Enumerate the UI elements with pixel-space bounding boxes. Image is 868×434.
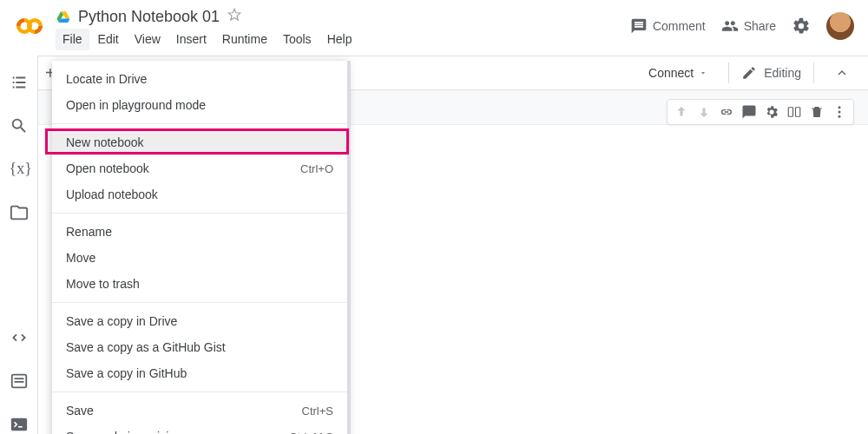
svg-rect-12	[796, 108, 800, 117]
svg-rect-9	[10, 418, 26, 431]
chevron-up-icon	[835, 66, 849, 80]
divider	[813, 62, 814, 83]
star-icon[interactable]	[227, 7, 242, 27]
menu-separator	[52, 213, 347, 214]
shortcut: Ctrl+O	[300, 162, 333, 175]
search-icon[interactable]	[10, 116, 29, 135]
comment-cell-button[interactable]	[740, 103, 758, 121]
menubar: File Edit View Insert Runtime Tools Help	[56, 29, 358, 49]
move-up-button[interactable]	[673, 103, 690, 121]
shortcut: Ctrl+M S	[289, 431, 333, 435]
comment-icon	[741, 104, 757, 120]
arrow-up-icon	[674, 104, 689, 120]
terminal-icon[interactable]	[10, 415, 29, 434]
colab-logo	[14, 10, 45, 42]
more-vert-icon	[832, 104, 847, 120]
form-icon[interactable]	[10, 372, 29, 391]
variables-icon[interactable]: {x}	[10, 160, 29, 179]
link-button[interactable]	[718, 103, 735, 121]
menu-view[interactable]: View	[128, 29, 168, 49]
move-down-button[interactable]	[695, 103, 713, 121]
link-icon	[719, 104, 734, 120]
menu-move[interactable]: Move	[52, 245, 347, 271]
file-menu-dropdown: Locate in Drive Open in playground mode …	[52, 61, 347, 434]
header-actions: Comment Share	[630, 12, 854, 40]
menu-save-copy-drive[interactable]: Save a copy in Drive	[52, 308, 347, 334]
cell-settings-button[interactable]	[763, 103, 780, 121]
svg-marker-5	[228, 9, 240, 20]
cell-toolbar	[667, 99, 854, 125]
mirror-cell-button[interactable]	[786, 103, 803, 121]
menu-save-copy-gist[interactable]: Save a copy as a GitHub Gist	[52, 334, 347, 360]
mirror-icon	[786, 104, 802, 120]
shortcut: Ctrl+S	[302, 404, 333, 418]
menu-insert[interactable]: Insert	[169, 29, 214, 49]
drive-icon	[56, 10, 71, 25]
menu-file[interactable]: File	[56, 29, 89, 49]
title-block: Python Notebook 01 File Edit View Insert…	[56, 7, 358, 49]
delete-cell-button[interactable]	[808, 103, 825, 121]
svg-point-15	[838, 115, 841, 118]
menu-move-trash[interactable]: Move to trash	[52, 271, 347, 297]
comment-button[interactable]: Comment	[630, 17, 706, 35]
notebook-title[interactable]: Python Notebook 01	[78, 8, 220, 26]
header: Python Notebook 01 File Edit View Insert…	[0, 0, 868, 56]
folder-icon[interactable]	[10, 203, 29, 222]
avatar[interactable]	[826, 12, 854, 40]
svg-point-14	[838, 111, 841, 114]
trash-icon	[809, 104, 825, 120]
svg-point-13	[838, 106, 841, 108]
gear-icon	[764, 104, 779, 120]
menu-runtime[interactable]: Runtime	[215, 29, 274, 49]
menu-help[interactable]: Help	[320, 29, 359, 49]
code-icon[interactable]	[10, 328, 29, 347]
share-button[interactable]: Share	[721, 17, 776, 35]
left-rail: {x}	[0, 56, 38, 434]
share-label: Share	[744, 19, 776, 33]
menu-separator	[52, 123, 347, 124]
menu-save-copy-github[interactable]: Save a copy in GitHub	[52, 360, 347, 386]
arrow-down-icon	[696, 104, 712, 120]
settings-button[interactable]	[792, 16, 811, 36]
menu-save-pin-revision[interactable]: Save and pin revisionCtrl+M S	[52, 424, 347, 434]
editing-label: Editing	[764, 66, 801, 80]
caret-down-icon	[699, 69, 707, 77]
menu-upload-notebook[interactable]: Upload notebook	[52, 181, 347, 207]
connect-button[interactable]: Connect	[640, 61, 716, 85]
menu-open-notebook[interactable]: Open notebookCtrl+O	[52, 155, 347, 181]
menu-separator	[52, 302, 347, 303]
toc-icon[interactable]	[10, 73, 29, 92]
collapse-header-button[interactable]	[826, 57, 858, 89]
cell-more-button[interactable]	[831, 103, 848, 121]
comment-icon	[630, 17, 648, 35]
svg-rect-11	[788, 108, 792, 117]
people-icon	[721, 17, 739, 35]
menu-locate-drive[interactable]: Locate in Drive	[52, 66, 347, 92]
comment-label: Comment	[653, 19, 706, 33]
menu-separator	[52, 391, 347, 392]
editing-mode-button[interactable]: Editing	[741, 65, 801, 81]
divider	[728, 62, 729, 83]
menu-rename[interactable]: Rename	[52, 219, 347, 245]
menu-tools[interactable]: Tools	[276, 29, 319, 49]
gear-icon	[792, 16, 811, 36]
menu-save[interactable]: SaveCtrl+S	[52, 398, 347, 424]
pencil-icon	[741, 65, 757, 81]
connect-label: Connect	[648, 66, 694, 80]
menu-open-playground[interactable]: Open in playground mode	[52, 92, 347, 118]
menu-new-notebook[interactable]: New notebook	[52, 129, 347, 155]
menu-edit[interactable]: Edit	[91, 29, 126, 49]
